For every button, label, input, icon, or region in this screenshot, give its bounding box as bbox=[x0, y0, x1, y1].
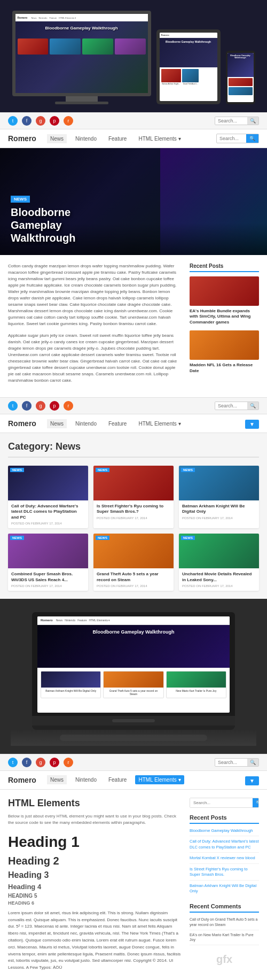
sidebar-post-1[interactable]: EA's Humble Bundle expands with SimCity,… bbox=[190, 276, 259, 325]
html-main: HTML Elements Below is just about every … bbox=[8, 798, 182, 976]
nav-nintendo-2[interactable]: Nintendo bbox=[72, 419, 100, 428]
post-badge-3: NEWS bbox=[181, 468, 195, 472]
twitter-icon[interactable]: t bbox=[8, 116, 18, 126]
desktop-stand bbox=[66, 96, 98, 102]
nav-nintendo-3[interactable]: Nintendo bbox=[72, 775, 100, 784]
search-btn-2[interactable]: 🔍 bbox=[247, 402, 258, 410]
pinterest-icon-2[interactable]: p bbox=[50, 401, 59, 411]
laptop-cards: Batman Arkham Knight Will Be Digital Onl… bbox=[37, 668, 230, 701]
rss-icon-3[interactable]: r bbox=[64, 758, 73, 767]
recent-post-4[interactable]: Batman Arkham Knight Will Be Digital Onl… bbox=[190, 883, 259, 897]
nav-html-elements-3[interactable]: HTML Elements ▾ bbox=[135, 775, 184, 784]
social-bar-3: t f g p r 🔍 bbox=[0, 754, 267, 771]
devices-section: Romero News Nintendo Feature HTML Elemen… bbox=[0, 0, 267, 112]
social-bar-2: t f g p r 🔍 bbox=[0, 397, 267, 414]
post-card-2[interactable]: NEWS Is Street Fighter's Ryu coming to S… bbox=[93, 466, 174, 528]
facebook-icon-3[interactable]: f bbox=[22, 758, 32, 767]
desktop-base bbox=[55, 102, 108, 104]
laptop-mockup: Romero News Nintendo Feature HTML Elemen… bbox=[32, 612, 235, 730]
facebook-icon[interactable]: f bbox=[22, 116, 32, 126]
recent-comments-widget-title: Recent Comments bbox=[190, 903, 259, 913]
post-card-4[interactable]: NEWS Combined Super Smash Bros. Wii/3DS … bbox=[8, 534, 88, 591]
phone-content bbox=[227, 77, 254, 97]
search-input-1[interactable] bbox=[215, 117, 247, 125]
pinterest-icon-3[interactable]: p bbox=[50, 758, 59, 767]
search-mini-3[interactable]: 🔍 bbox=[215, 758, 259, 767]
desktop-mockup: Romero News Nintendo Feature HTML Elemen… bbox=[12, 11, 151, 104]
sidebar-1: Recent Posts EA's Humble Bundle expands … bbox=[190, 263, 259, 389]
gplus-icon-3[interactable]: g bbox=[36, 758, 45, 767]
post-card-meta-2: POSTED ON FEBRUARY 17, 2014 bbox=[97, 516, 170, 520]
nav-nintendo[interactable]: Nintendo bbox=[72, 134, 100, 143]
sidebar-post-thumb-1 bbox=[190, 276, 259, 306]
laptop-card-3[interactable]: New Mario Kart Trailer Is Pure Joy bbox=[166, 671, 226, 698]
main-content-1: Cotton candy dragée marzipan lemon drops… bbox=[8, 263, 182, 389]
html-sidebar: 🔍 Recent Posts Bloodborne Gameplay Walkt… bbox=[190, 798, 259, 976]
recent-post-2[interactable]: Mortal Kombat X reviewer new blood bbox=[190, 855, 259, 864]
post-card-5[interactable]: NEWS Grand Theft Auto 5 sets a year reco… bbox=[93, 534, 174, 591]
desktop-thumb-4 bbox=[115, 38, 146, 55]
nav-search-input[interactable] bbox=[217, 135, 246, 142]
dropdown-btn[interactable]: ▼ bbox=[245, 420, 259, 429]
gplus-icon-2[interactable]: g bbox=[36, 401, 45, 411]
post-card-6[interactable]: NEWS Uncharted Movie Details Revealed in… bbox=[179, 534, 259, 591]
social-bar-1: t f g p r 🔍 bbox=[0, 112, 267, 129]
laptop-card-1[interactable]: Batman Arkham Knight Will Be Digital Onl… bbox=[41, 671, 101, 698]
post-card-1[interactable]: NEWS Call of Duty: Advanced Warfare's la… bbox=[8, 466, 88, 528]
laptop-card-text-1: Batman Arkham Knight Will Be Digital Onl… bbox=[41, 688, 100, 695]
nav-feature-3[interactable]: Feature bbox=[105, 775, 130, 784]
facebook-icon-2[interactable]: f bbox=[22, 401, 32, 411]
search-mini-1[interactable]: 🔍 bbox=[215, 117, 259, 125]
widget-search-input[interactable] bbox=[190, 798, 253, 807]
hero-banner: NEWS Bloodborne Gameplay Walkthrough bbox=[0, 148, 267, 255]
dropdown-btn-2[interactable]: ▼ bbox=[245, 776, 259, 785]
twitter-icon-2[interactable]: t bbox=[8, 401, 18, 411]
post-card-body-1: Call of Duty: Advanced Warfare's latest … bbox=[8, 500, 88, 528]
nav-search-btn[interactable]: 🔍 bbox=[246, 134, 258, 143]
sidebar-post-2[interactable]: Madden NFL 16 Gets a Release Date bbox=[190, 330, 259, 374]
nav-html-elements[interactable]: HTML Elements ▾ bbox=[135, 134, 184, 143]
recent-posts-list: Bloodborne Gameplay Walkthrough Call of … bbox=[190, 828, 259, 897]
desktop-thumb-1 bbox=[18, 38, 49, 55]
tablet-card-img-1 bbox=[161, 69, 181, 82]
nav-news-3[interactable]: News bbox=[47, 775, 67, 784]
widget-search-btn[interactable]: 🔍 bbox=[253, 798, 259, 807]
nav-feature-2[interactable]: Feature bbox=[105, 419, 130, 428]
post-card-3[interactable]: NEWS Batman Arkham Knight Will Be Digita… bbox=[179, 466, 259, 528]
post-card-body-4: Combined Super Smash Bros. Wii/3DS US Sa… bbox=[8, 568, 88, 591]
content-area-1: Cotton candy dragée marzipan lemon drops… bbox=[0, 255, 267, 397]
nav-news[interactable]: News bbox=[47, 134, 67, 143]
tablet-card-text-2: Grand Theft Auto 5... bbox=[182, 82, 199, 87]
html-content-area: HTML Elements Below is just about every … bbox=[0, 790, 267, 980]
search-btn-3[interactable]: 🔍 bbox=[247, 759, 258, 766]
rss-icon-2[interactable]: r bbox=[64, 401, 73, 411]
search-btn-1[interactable]: 🔍 bbox=[247, 117, 258, 125]
phone-thumb-2 bbox=[229, 87, 253, 95]
laptop-card-2[interactable]: Grand Theft Auto 5 sets a year record on… bbox=[103, 671, 163, 698]
nav-feature[interactable]: Feature bbox=[105, 134, 130, 143]
search-input-2[interactable] bbox=[215, 402, 247, 410]
search-mini-2[interactable]: 🔍 bbox=[215, 402, 259, 410]
category-section: Category: News NEWS Call of Duty: Advanc… bbox=[0, 433, 267, 599]
nav-search-1[interactable]: 🔍 bbox=[216, 134, 259, 143]
twitter-icon-3[interactable]: t bbox=[8, 758, 18, 767]
nav-news-2[interactable]: News bbox=[47, 419, 67, 428]
laptop-nav-links: News Nintendo Feature HTML Elements ▾ bbox=[56, 619, 111, 622]
rss-icon[interactable]: r bbox=[64, 116, 73, 126]
tablet-nav: Romero bbox=[160, 33, 217, 38]
pinterest-icon[interactable]: p bbox=[50, 116, 59, 126]
site-nav-2: Romero News Nintendo Feature HTML Elemen… bbox=[0, 414, 267, 433]
desktop-hero-content: Bloodborne Gameplay Walkthrough bbox=[15, 21, 148, 35]
laptop-screen: Romero News Nintendo Feature HTML Elemen… bbox=[37, 616, 230, 713]
recent-post-1[interactable]: Call of Duty: Advanced Warfare's latest … bbox=[190, 839, 259, 853]
post-card-meta-4: POSTED ON FEBRUARY 17, 2014 bbox=[11, 584, 85, 588]
desktop-nav: Romero News Nintendo Feature HTML Elemen… bbox=[15, 14, 148, 21]
gplus-icon[interactable]: g bbox=[36, 116, 45, 126]
recent-post-3[interactable]: Is Street Fighter's Ryu coming to Super … bbox=[190, 867, 259, 881]
phone-body: Bloodborne Gameplay Walkthrough bbox=[226, 51, 255, 104]
recent-post-0[interactable]: Bloodborne Gameplay Walkthrough bbox=[190, 828, 259, 837]
widget-search[interactable]: 🔍 bbox=[190, 798, 259, 808]
phone-screen: Bloodborne Gameplay Walkthrough bbox=[227, 53, 254, 102]
nav-html-elements-2[interactable]: HTML Elements ▾ bbox=[135, 419, 184, 428]
search-input-3[interactable] bbox=[215, 759, 247, 766]
